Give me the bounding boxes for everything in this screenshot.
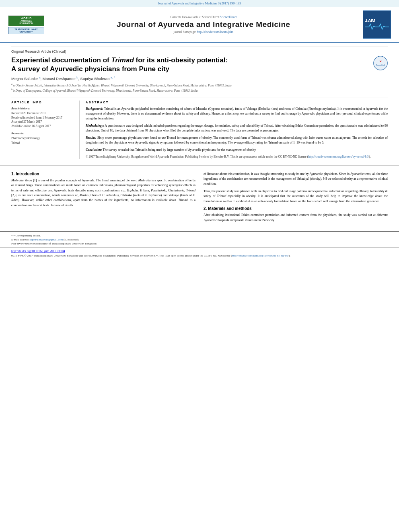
sciencedirect-link[interactable]: ScienceDirect: [220, 15, 237, 19]
keyword-1: Pharmacoepidemiology: [11, 136, 74, 140]
methods-paragraph: After obtaining institutional Ethics com…: [204, 213, 388, 223]
bottom-license-text: 0975-8476/© 2017 Transdisciplinary Unive…: [11, 254, 388, 258]
article-info-abstract: ARTICLE INFO Article history: Received 2…: [11, 97, 388, 159]
svg-text:✕: ✕: [379, 60, 382, 63]
body-col-left: 1. Introduction Mishraka Varga [1] is on…: [11, 172, 195, 225]
logo-ecg-icon: [365, 23, 389, 30]
doi-anchor[interactable]: http://dx.doi.org/10.1016/j.jaim.2017.03…: [11, 249, 65, 253]
doi-link: http://dx.doi.org/10.1016/j.jaim.2017.03…: [11, 249, 388, 253]
svg-text:CrossMark: CrossMark: [376, 64, 385, 66]
article-info-section-title: ARTICLE INFO: [11, 101, 74, 104]
methods-heading: 2. Materials and methods: [204, 206, 388, 211]
transdisciplinary-logo: TRANSDISCIPLINARYUNIVERSITY: [8, 27, 44, 34]
svg-point-0: [374, 56, 388, 70]
abstract-background: Background: Trimad is an Ayurvedic polyh…: [86, 107, 388, 121]
logos-left: WORLD AYURVEDA FOUNDATION TRANSDISCIPLIN…: [8, 15, 44, 34]
conclusion-label: Conclusion:: [86, 148, 102, 152]
footnote-corresponding: * * Corresponding author.: [11, 234, 388, 238]
journal-homepage: journal homepage: http://elsevier.com/lo…: [48, 30, 359, 34]
history-dates: Received 20 December 2016 Received in re…: [11, 111, 74, 128]
background-text: Trimad is an Ayurvedic polyherbal formul…: [86, 107, 388, 120]
logo-right-text: J-AIM: [365, 18, 389, 23]
body-content: 1. Introduction Mishraka Varga [1] is on…: [0, 165, 399, 229]
copyright-link[interactable]: http://creativecommons.org/licenses/by-n…: [308, 155, 369, 158]
email-name: (S. Bhalerao).: [64, 238, 79, 241]
affiliation-a: a a Obesity Research Lab, Interactive Re…: [11, 82, 388, 88]
keywords-list: Pharmacoepidemiology Trimad: [11, 136, 74, 145]
homepage-link[interactable]: http://elsevier.com/locate/jaim: [197, 30, 233, 34]
header-center: Contents lists available at ScienceDirec…: [48, 15, 359, 34]
journal-title: Journal of Ayurveda and Integrative Medi…: [48, 20, 359, 29]
article-title-area: Experiential documentation of Trimad for…: [11, 56, 388, 74]
methodology-text: A questionnaire was designed which inclu…: [86, 124, 388, 132]
intro-paragraph-3: Thus, the present study was planned with…: [204, 189, 388, 204]
received-date: Received 20 December 2016: [11, 111, 74, 116]
footnote-area: * * Corresponding author. E-mail address…: [0, 231, 399, 247]
results-text: Sixty seven percentage physicians were f…: [86, 136, 388, 144]
article-title-text: Experiential documentation of Trimad for…: [11, 56, 373, 74]
top-citation-text: Journal of Ayurveda and Integrative Medi…: [158, 2, 241, 5]
email-label: E-mail address:: [11, 238, 29, 241]
article-category: Original Research Article (Clinical): [11, 47, 388, 53]
email-link[interactable]: supriya.bhalerao@gmail.com: [30, 238, 63, 241]
revised-date: Received in revised form 1 February 2017: [11, 116, 74, 120]
abstract-section-title: ABSTRACT: [86, 101, 388, 104]
corresponding-label: * Corresponding author.: [13, 234, 41, 237]
intro-paragraph-2: of literature about this combination, it…: [204, 172, 388, 187]
abstract-column: ABSTRACT Background: Trimad is an Ayurve…: [86, 101, 388, 159]
copyright-text: © 2017 Transdisciplinary University, Ban…: [86, 155, 388, 159]
intro-paragraph-1: Mishraka Varga [1] is one of the peculia…: [11, 178, 195, 208]
footnote-peer-review: Peer review under responsibility of Tran…: [11, 242, 388, 246]
article-info-column: ARTICLE INFO Article history: Received 2…: [11, 101, 80, 159]
main-content: Original Research Article (Clinical) Exp…: [0, 43, 399, 165]
accepted-date: Accepted 27 March 2017: [11, 120, 74, 124]
bottom-license-link[interactable]: http://creativecommons.org/licenses/by-n…: [232, 254, 289, 257]
keyword-2: Trimad: [11, 141, 74, 145]
top-citation-bar: Journal of Ayurveda and Integrative Medi…: [0, 0, 399, 7]
abstract-conclusion: Conclusion: The survey revealed that Tri…: [86, 148, 388, 152]
crossmark-badge: ✕ CrossMark: [373, 56, 388, 73]
footnote-email: E-mail address: supriya.bhalerao@gmail.c…: [11, 238, 388, 242]
intro-heading: 1. Introduction: [11, 172, 195, 176]
abstract-methodology: Methodology: A questionnaire was designe…: [86, 123, 388, 133]
methodology-label: Methodology:: [86, 124, 104, 127]
body-col-right: of literature about this combination, it…: [204, 172, 388, 225]
affiliation-b: b b Dept. of Dravyaguna, College of Ayur…: [11, 88, 388, 93]
conclusion-text: The survey revealed that Trimad is being…: [102, 148, 256, 152]
keywords-label: Keywords:: [11, 131, 74, 135]
abstract-results: Results: Sixty seven percentage physicia…: [86, 136, 388, 145]
affiliations: a a Obesity Research Lab, Interactive Re…: [11, 82, 388, 93]
background-label: Background:: [86, 107, 103, 111]
sciencedirect-text: Contents lists available at ScienceDirec…: [48, 15, 359, 19]
results-label: Results:: [86, 136, 97, 140]
page: Journal of Ayurveda and Integrative Medi…: [0, 0, 399, 532]
world-ayurveda-logo: WORLD AYURVEDA FOUNDATION: [8, 15, 44, 26]
history-label: Article history:: [11, 107, 74, 110]
online-date: Available online 16 August 2017: [11, 124, 74, 129]
article-authors: Megha Salunke a, Manasi Deshpande b, Sup…: [11, 76, 388, 81]
bottom-bar: http://dx.doi.org/10.1016/j.jaim.2017.03…: [0, 247, 399, 260]
jaim-logo: J-AIM: [363, 10, 391, 39]
journal-header: WORLD AYURVEDA FOUNDATION TRANSDISCIPLIN…: [0, 7, 399, 43]
